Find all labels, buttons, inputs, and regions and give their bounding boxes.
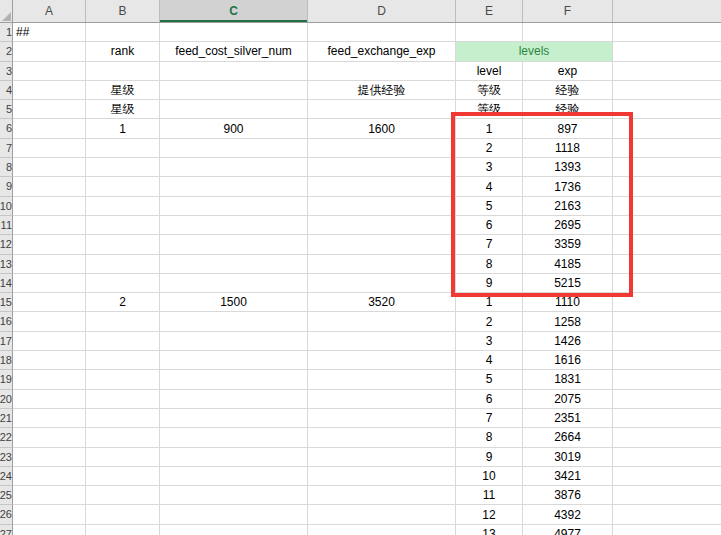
cell-E21[interactable]: 7 [456, 409, 523, 428]
cell-C26[interactable] [160, 505, 308, 524]
cell-F22[interactable]: 2664 [523, 428, 613, 447]
cell-B8[interactable] [86, 158, 160, 177]
cell-B10[interactable] [86, 197, 160, 216]
cell-D5[interactable] [308, 100, 456, 119]
cell-A19[interactable] [13, 370, 86, 389]
cell-B6[interactable]: 1 [86, 119, 160, 138]
cell-C4[interactable] [160, 81, 308, 100]
cell-E14[interactable]: 9 [456, 274, 523, 293]
cell-D6[interactable]: 1600 [308, 119, 456, 138]
row-header-15[interactable]: 15 [0, 293, 13, 312]
cell-D12[interactable] [308, 235, 456, 254]
cell-D22[interactable] [308, 428, 456, 447]
cell-D2[interactable]: feed_exchange_exp [308, 42, 456, 61]
cell-E8[interactable]: 3 [456, 158, 523, 177]
cell-B2[interactable]: rank [86, 42, 160, 61]
cell-C25[interactable] [160, 486, 308, 505]
row-header-26[interactable]: 26 [0, 505, 13, 524]
cell-B26[interactable] [86, 505, 160, 524]
cell-D9[interactable] [308, 177, 456, 196]
cell-C17[interactable] [160, 332, 308, 351]
cell-B25[interactable] [86, 486, 160, 505]
cell-F4[interactable]: 经验 [523, 81, 613, 100]
row-header-12[interactable]: 12 [0, 235, 13, 254]
cell-A22[interactable] [13, 428, 86, 447]
row-header-2[interactable]: 2 [0, 42, 13, 61]
cell-E23[interactable]: 9 [456, 448, 523, 467]
cell-F27[interactable]: 4977 [523, 525, 613, 535]
cell-D1[interactable] [308, 23, 456, 42]
cell-D11[interactable] [308, 216, 456, 235]
cell-E6[interactable]: 1 [456, 119, 523, 138]
row-header-16[interactable]: 16 [0, 312, 13, 331]
cell-C24[interactable] [160, 467, 308, 486]
select-all-corner[interactable] [0, 0, 13, 22]
cell-F21[interactable]: 2351 [523, 409, 613, 428]
cell-A12[interactable] [13, 235, 86, 254]
cell-F12[interactable]: 3359 [523, 235, 613, 254]
row-header-7[interactable]: 7 [0, 139, 13, 158]
cell-A20[interactable] [13, 390, 86, 409]
row-header-5[interactable]: 5 [0, 100, 13, 119]
cell-F10[interactable]: 2163 [523, 197, 613, 216]
cell-F23[interactable]: 3019 [523, 448, 613, 467]
cell-filler-27[interactable] [613, 525, 721, 535]
cell-E2[interactable]: levels [456, 42, 613, 61]
cell-D7[interactable] [308, 139, 456, 158]
cell-E19[interactable]: 5 [456, 370, 523, 389]
cell-B20[interactable] [86, 390, 160, 409]
cell-A15[interactable] [13, 293, 86, 312]
cell-E9[interactable]: 4 [456, 177, 523, 196]
cell-A6[interactable] [13, 119, 86, 138]
cell-D23[interactable] [308, 448, 456, 467]
cell-B5[interactable]: 星级 [86, 100, 160, 119]
column-header-B[interactable]: B [86, 0, 160, 22]
cell-B13[interactable] [86, 255, 160, 274]
cell-E10[interactable]: 5 [456, 197, 523, 216]
row-header-11[interactable]: 11 [0, 216, 13, 235]
cell-E22[interactable]: 8 [456, 428, 523, 447]
cell-A14[interactable] [13, 274, 86, 293]
cell-C20[interactable] [160, 390, 308, 409]
row-header-17[interactable]: 17 [0, 332, 13, 351]
column-header-D[interactable]: D [308, 0, 456, 22]
cell-A11[interactable] [13, 216, 86, 235]
cell-F11[interactable]: 2695 [523, 216, 613, 235]
cell-filler-22[interactable] [613, 428, 721, 447]
row-header-14[interactable]: 14 [0, 274, 13, 293]
cell-filler-26[interactable] [613, 505, 721, 524]
cell-F5[interactable]: 经验 [523, 100, 613, 119]
row-header-18[interactable]: 18 [0, 351, 13, 370]
cell-A25[interactable] [13, 486, 86, 505]
cell-E16[interactable]: 2 [456, 312, 523, 331]
cell-B17[interactable] [86, 332, 160, 351]
cell-E25[interactable]: 11 [456, 486, 523, 505]
cell-B21[interactable] [86, 409, 160, 428]
row-header-6[interactable]: 6 [0, 119, 13, 138]
cell-D20[interactable] [308, 390, 456, 409]
cell-D25[interactable] [308, 486, 456, 505]
cell-D17[interactable] [308, 332, 456, 351]
row-header-4[interactable]: 4 [0, 81, 13, 100]
cell-E12[interactable]: 7 [456, 235, 523, 254]
cell-E24[interactable]: 10 [456, 467, 523, 486]
cell-A4[interactable] [13, 81, 86, 100]
cell-C13[interactable] [160, 255, 308, 274]
cell-C10[interactable] [160, 197, 308, 216]
cell-B3[interactable] [86, 62, 160, 81]
row-header-8[interactable]: 8 [0, 158, 13, 177]
cell-D14[interactable] [308, 274, 456, 293]
cell-F15[interactable]: 1110 [523, 293, 613, 312]
cell-filler-7[interactable] [613, 139, 721, 158]
cell-C8[interactable] [160, 158, 308, 177]
cell-F19[interactable]: 1831 [523, 370, 613, 389]
cell-E11[interactable]: 6 [456, 216, 523, 235]
column-header-A[interactable]: A [13, 0, 86, 22]
cell-filler-3[interactable] [613, 62, 721, 81]
row-header-20[interactable]: 20 [0, 390, 13, 409]
cell-C11[interactable] [160, 216, 308, 235]
cell-C14[interactable] [160, 274, 308, 293]
cell-A2[interactable] [13, 42, 86, 61]
cell-E26[interactable]: 12 [456, 505, 523, 524]
cell-C27[interactable] [160, 525, 308, 535]
